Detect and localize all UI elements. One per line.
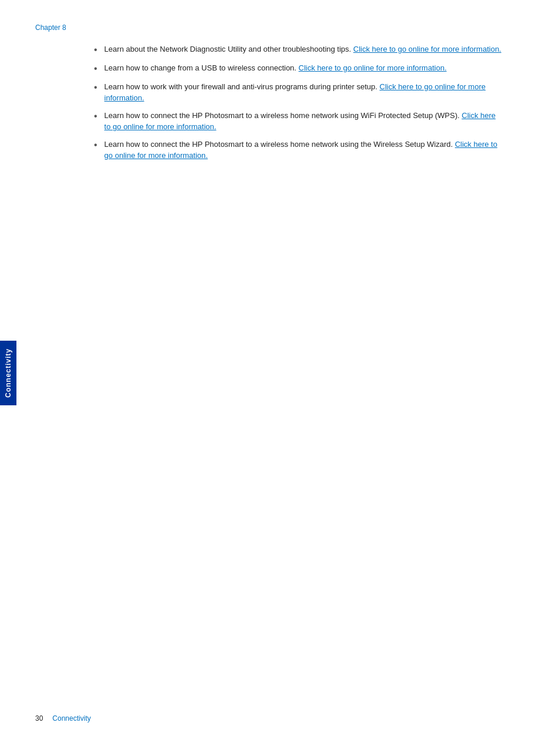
bullet-link-0[interactable]: Click here to go online for more informa… (353, 45, 501, 53)
bullet-text: Learn about the Network Diagnostic Utili… (104, 43, 501, 55)
list-item: • Learn how to connect the HP Photosmart… (94, 110, 501, 133)
chapter-label: Chapter 8 (35, 23, 525, 32)
side-tab: Connectivity (0, 341, 16, 405)
bullet-text: Learn how to work with your firewall and… (104, 81, 501, 104)
bullet-link-1[interactable]: Click here to go online for more informa… (299, 63, 447, 72)
list-item: • Learn how to work with your firewall a… (94, 81, 501, 104)
content-area: • Learn about the Network Diagnostic Uti… (94, 43, 501, 162)
bullet-dot: • (94, 110, 97, 123)
bullet-dot: • (94, 63, 97, 75)
list-item: • Learn about the Network Diagnostic Uti… (94, 43, 501, 56)
list-item: • Learn how to change from a USB to wire… (94, 62, 501, 75)
bullet-text: Learn how to change from a USB to wirele… (104, 62, 501, 74)
bullet-dot: • (94, 44, 97, 56)
bullet-text: Learn how to connect the HP Photosmart t… (104, 110, 501, 133)
side-tab-label: Connectivity (4, 348, 12, 398)
bullet-text-before: Learn how to connect the HP Photosmart t… (104, 140, 453, 149)
bullet-text-before: Learn how to work with your firewall and… (104, 82, 377, 91)
bullet-dot: • (94, 139, 97, 152)
footer: 30 Connectivity (35, 714, 525, 723)
bullet-text-before: Learn how to change from a USB to wirele… (104, 63, 296, 72)
footer-page-number: 30 (35, 714, 43, 723)
bullet-list: • Learn about the Network Diagnostic Uti… (94, 43, 501, 162)
bullet-dot: • (94, 82, 97, 94)
footer-section-title: Connectivity (52, 714, 90, 723)
bullet-text: Learn how to connect the HP Photosmart t… (104, 139, 501, 162)
list-item: • Learn how to connect the HP Photosmart… (94, 139, 501, 162)
bullet-text-before: Learn about the Network Diagnostic Utili… (104, 45, 352, 53)
bullet-text-before: Learn how to connect the HP Photosmart t… (104, 111, 460, 120)
page-container: Chapter 8 • Learn about the Network Diag… (0, 0, 560, 746)
